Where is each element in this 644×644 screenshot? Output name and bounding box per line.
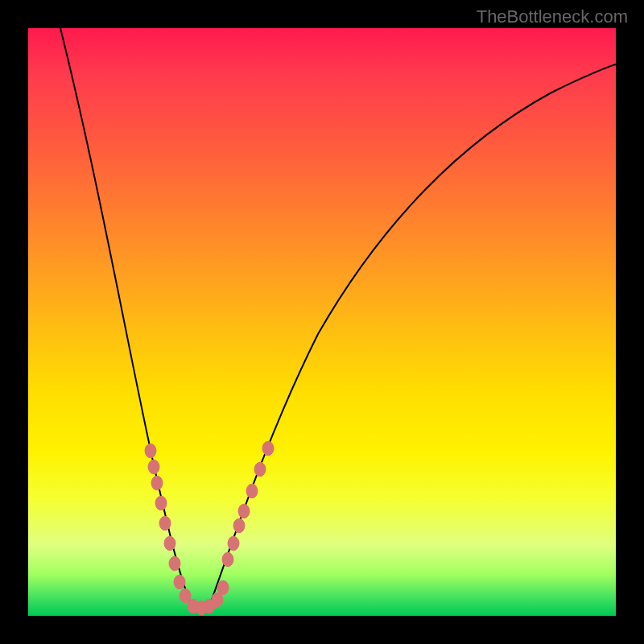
data-point [174, 575, 185, 589]
data-point [145, 444, 156, 458]
data-point [246, 484, 258, 498]
data-point [254, 462, 266, 477]
chart-svg [28, 28, 616, 616]
data-point [164, 536, 175, 551]
data-point [233, 518, 245, 533]
data-point [155, 496, 167, 510]
data-point [262, 441, 274, 456]
data-point [169, 556, 180, 571]
data-point [159, 516, 171, 530]
watermark-text: TheBottleneck.com [477, 6, 628, 27]
data-point [148, 460, 159, 474]
data-point [238, 504, 250, 518]
data-point [180, 588, 191, 603]
bottleneck-curve [60, 28, 616, 609]
data-points-group [145, 441, 274, 615]
plot-area [28, 28, 616, 616]
data-point [222, 552, 233, 567]
data-point [217, 580, 229, 595]
data-point [228, 536, 239, 551]
data-point [151, 476, 163, 490]
